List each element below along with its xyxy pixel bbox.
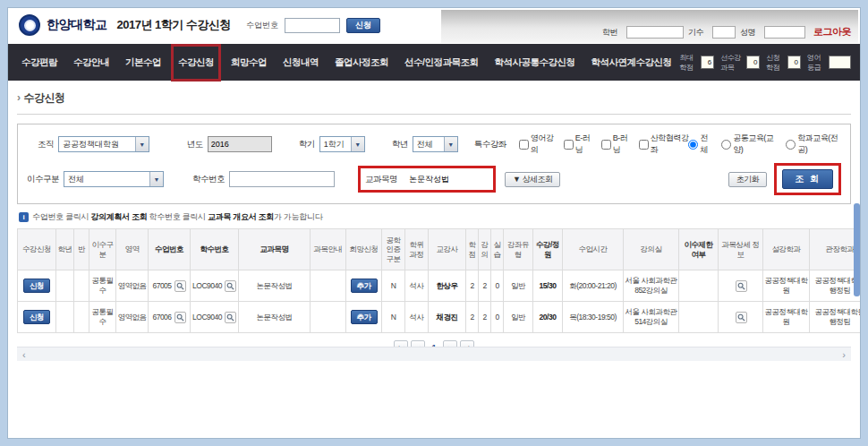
checkbox-e-learning[interactable]: E-러닝	[564, 133, 593, 156]
course-no-label: 학수번호	[192, 174, 225, 185]
nav-hakseoksa-gongtong[interactable]: 학석사공통수강신청	[486, 56, 583, 69]
nav-seonsu-injeong[interactable]: 선수/인정과목조회	[396, 56, 486, 69]
cell-dept-open: 공공정책대학원	[763, 302, 810, 333]
term-select[interactable]: 1학기 ▼	[319, 136, 365, 152]
grade-label: 학년	[392, 139, 408, 150]
magnifier-icon[interactable]	[174, 312, 186, 323]
radio-major-input[interactable]	[786, 140, 796, 150]
course-name-highlight-box: 교과목명	[358, 166, 496, 193]
cell-limit	[679, 302, 719, 333]
cell-course-no: LOC9040	[191, 270, 239, 302]
special-label: 특수강좌	[474, 139, 506, 150]
cell-guide	[311, 302, 346, 333]
cell-class-no: 67006	[149, 302, 191, 333]
app-window: 학번 기수 성명 로그아웃 한양대학교 2017년 1학기 수강신청 수업번호 …	[7, 7, 861, 439]
col-lecture: 강의	[479, 229, 491, 270]
nav-sugang-sincheong-active[interactable]: 수강신청	[171, 44, 221, 81]
grade-select[interactable]: 전체 ▼	[413, 136, 458, 152]
class-no-quick-input[interactable]	[285, 18, 340, 33]
vertical-scrollbar-thumb[interactable]	[854, 203, 860, 296]
col-course-no: 학수번호	[191, 229, 239, 270]
scroll-right-icon[interactable]: ›	[842, 349, 846, 360]
search-button[interactable]: 조 회	[782, 169, 833, 189]
magnifier-icon[interactable]	[174, 280, 186, 292]
class-no-link[interactable]: 67005	[152, 281, 171, 291]
checkbox-b-learning[interactable]: B-러닝	[601, 133, 631, 156]
col-lab: 실습	[491, 229, 504, 270]
nav-jolreop-sajeong[interactable]: 졸업사정조회	[327, 56, 396, 69]
col-area: 영역	[116, 229, 149, 270]
cell-quota: 15/30	[533, 270, 563, 302]
max-credit-label: 최대학점	[679, 53, 697, 73]
course-no-link[interactable]: LOC9040	[192, 281, 222, 291]
radio-common-edu[interactable]: 공통교육(교양)	[721, 133, 777, 156]
checkbox-industry-coop[interactable]: 산학협력강좌	[639, 133, 689, 156]
radio-all[interactable]: 전체	[688, 133, 712, 156]
course-scope-radios: 전체 공통교육(교양) 학과교육(전공)	[688, 133, 841, 156]
applied-credit-value: 0	[787, 56, 801, 69]
quick-apply-button[interactable]: 신청	[346, 18, 380, 33]
nav-sugang-pyeollam[interactable]: 수강편람	[13, 56, 65, 69]
cell-lab: 0	[491, 302, 504, 333]
magnifier-icon[interactable]	[225, 280, 236, 292]
scroll-left-icon[interactable]: ‹	[22, 349, 26, 360]
category-select[interactable]: 전체 ▼	[64, 171, 164, 187]
nav-gibon-sueop[interactable]: 기본수업	[117, 56, 169, 69]
student-no-input[interactable]	[626, 26, 684, 39]
term-select-value: 1학기	[320, 137, 351, 151]
credit-stats: 최대학점6 선수강과목0 신청학점0 영어등급	[679, 53, 855, 73]
year-label: 년도	[187, 139, 203, 150]
checkbox-english-lecture[interactable]: 영어강의	[519, 133, 556, 156]
wishlist-add-button[interactable]: 추가	[351, 279, 378, 294]
b-learning-checkbox[interactable]	[601, 140, 611, 150]
english-lecture-checkbox[interactable]	[519, 140, 529, 150]
magnifier-icon[interactable]	[736, 312, 747, 323]
year-input	[208, 136, 272, 152]
apply-button[interactable]: 신청	[23, 310, 50, 325]
divider	[17, 114, 851, 115]
horizontal-scrollbar[interactable]: ‹ ›	[17, 347, 851, 361]
logout-link[interactable]: 로그아웃	[813, 25, 851, 39]
col-quota: 수강/정원	[533, 229, 563, 270]
cell-limit	[679, 270, 719, 302]
nav-hakseoksa-yeongye[interactable]: 학석사연계수강신청	[583, 56, 679, 69]
course-no-input[interactable]	[229, 171, 335, 187]
wishlist-add-button[interactable]: 추가	[351, 310, 378, 325]
cell-area: 영역없음	[116, 302, 149, 333]
radio-major-edu[interactable]: 학과교육(전공)	[786, 133, 841, 156]
cell-time: 화(20:00-21:20)	[563, 270, 624, 302]
cell-quota: 20/30	[533, 302, 563, 333]
industry-coop-checkbox[interactable]	[639, 140, 649, 150]
e-learning-checkbox[interactable]	[564, 140, 574, 150]
magnifier-icon[interactable]	[736, 280, 747, 292]
cohort-input[interactable]	[712, 26, 736, 39]
course-no-link[interactable]: LOC9040	[192, 313, 222, 322]
prereq-value: 0	[746, 56, 761, 69]
cell-instructor: 채경진	[429, 302, 466, 333]
class-no-link[interactable]: 67006	[152, 313, 171, 322]
cell-detail	[719, 270, 763, 302]
nav-huimang-sueop[interactable]: 희망수업	[223, 56, 275, 69]
apply-button[interactable]: 신청	[23, 279, 50, 294]
radio-common-input[interactable]	[721, 140, 731, 150]
radio-all-input[interactable]	[688, 140, 698, 150]
name-input[interactable]	[764, 26, 805, 39]
cohort-label: 기수	[688, 27, 703, 39]
col-wish: 희망신청	[346, 229, 382, 270]
magnifier-icon[interactable]	[225, 312, 236, 323]
course-name-input[interactable]	[406, 171, 489, 187]
cell-credit: 2	[466, 270, 479, 302]
course-table: 수강신청 학년 반 이수구분 영역 수업번호 학수번호 교과목명 과목안내 희망…	[17, 228, 861, 333]
nav-sugang-annae[interactable]: 수강안내	[65, 56, 117, 69]
org-select[interactable]: 공공정책대학원 ▼	[58, 136, 149, 152]
cell-abeek: N	[382, 270, 405, 302]
nav-sincheong-naeyeok[interactable]: 신청내역	[275, 56, 327, 69]
org-label: 조직	[38, 139, 54, 150]
reset-button[interactable]: 초기화	[728, 172, 768, 187]
col-limit: 이수제한 여부	[679, 229, 719, 270]
breadcrumb-caret: ›	[17, 91, 21, 104]
cell-degree: 석사	[405, 270, 429, 302]
detail-search-button[interactable]: ▼ 상세조회	[505, 172, 560, 187]
col-instructor: 교강사	[429, 229, 466, 270]
name-label: 성명	[740, 27, 755, 39]
